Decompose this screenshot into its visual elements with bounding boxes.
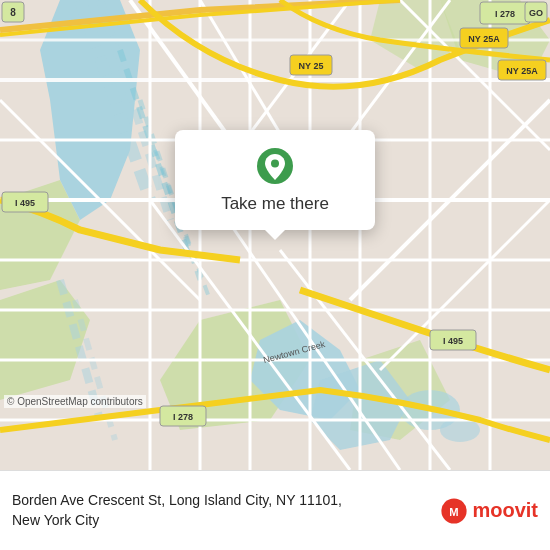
moovit-label: moovit (472, 499, 538, 522)
take-me-there-button[interactable]: Take me there (221, 194, 329, 214)
svg-point-65 (271, 160, 279, 168)
svg-text:GO: GO (529, 8, 543, 18)
svg-text:I 278: I 278 (495, 9, 515, 19)
address-section: Borden Ave Crescent St, Long Island City… (12, 491, 440, 530)
copyright-text: © OpenStreetMap contributors (4, 395, 146, 408)
svg-text:M: M (450, 505, 459, 517)
svg-text:NY 25A: NY 25A (506, 66, 538, 76)
svg-text:8: 8 (10, 7, 16, 18)
map-container: I 278 NY 25 NY 25A NY 25A I 495 I 495 I … (0, 0, 550, 470)
address-text: Borden Ave Crescent St, Long Island City… (12, 491, 440, 530)
moovit-brand-icon: M (440, 497, 468, 525)
svg-text:I 278: I 278 (173, 412, 193, 422)
moovit-logo: M moovit (440, 497, 538, 525)
popup-card: Take me there (175, 130, 375, 230)
svg-text:NY 25A: NY 25A (468, 34, 500, 44)
bottom-bar: Borden Ave Crescent St, Long Island City… (0, 470, 550, 550)
svg-text:NY 25: NY 25 (299, 61, 324, 71)
svg-text:I 495: I 495 (15, 198, 35, 208)
map-pin (255, 146, 295, 186)
svg-text:I 495: I 495 (443, 336, 463, 346)
